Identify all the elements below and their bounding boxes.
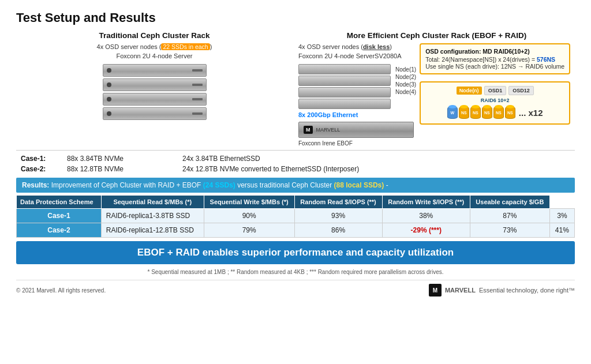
ebof-server-4 <box>298 99 391 109</box>
case2-ebof-value: 24x 12.8TB NVMe converted to EthernetSSD… <box>178 164 575 174</box>
drum-label-ns4: NS <box>496 111 502 115</box>
marvell-badge: M <box>304 126 313 134</box>
ebof-col-heading: More Efficient Ceph Cluster Rack (EBOF +… <box>298 31 575 40</box>
node-label-4: Node(4) <box>395 89 416 95</box>
case1-rand-read: 38% <box>382 209 470 223</box>
table-row-case2: Case-2 RAID6-replica1-12.8TB SSD 79% 86%… <box>17 223 575 238</box>
case1-trad-value: 88x 3.84TB NVMe <box>62 153 178 164</box>
case1-row-label: Case-1 <box>17 209 102 223</box>
ebof-desc2: Foxconn 2U 4-node ServerSV2080A <box>298 52 402 59</box>
node-label-3: Node(3) <box>395 81 416 88</box>
case1-scheme: RAID6-replica1-3.8TB SSD <box>101 209 204 223</box>
osd-config-title: OSD configuration: MD RAID6(10+2) <box>425 48 564 55</box>
page-title: Test Setup and Results <box>16 10 575 25</box>
results-highlight1: (24 SSDs) <box>203 181 235 189</box>
drum-ns2: NS <box>470 106 481 119</box>
trad-highlight: 22 SSDs in each <box>161 43 210 50</box>
ebof-server-2 <box>298 76 391 86</box>
node-label-1: Node(1) <box>395 66 416 73</box>
footer: © 2021 Marvell. All rights reserved. M M… <box>16 280 575 297</box>
server-bar-1 <box>103 64 207 77</box>
x12-label: ... x12 <box>519 108 543 118</box>
ebof-nodes-section: Node(1) Node(2) Node(3) Node(4) <box>298 64 416 109</box>
osd-diagram-section: OSD configuration: MD RAID6(10+2) Total:… <box>420 43 570 125</box>
results-table: Data Protection Scheme Sequential Read $… <box>16 195 575 238</box>
server-bar-2 <box>103 78 207 91</box>
th-rand-read: Random Read $/IOPS (**) <box>294 196 382 209</box>
drum-ns5: NS <box>505 106 515 119</box>
foxconn-label: Foxconn Irene EBOF <box>298 140 353 147</box>
th-seq-write: Sequential Write $/MBs (*) <box>204 196 294 209</box>
trad-desc2: Foxconn 2U 4-node Server <box>116 52 192 59</box>
marvell-logo: M MARVELL Essential technology, done rig… <box>429 284 575 297</box>
drum-ns4: NS <box>493 106 504 119</box>
results-prefix: Results: <box>22 181 49 189</box>
node-label-2: Node(2) <box>395 74 416 80</box>
node-labels: Node(1) Node(2) Node(3) Node(4) <box>395 66 416 109</box>
svg-text:M: M <box>433 287 437 294</box>
drum-label-ns2: NS <box>473 111 478 115</box>
case1-rand-write: 87% <box>470 209 549 223</box>
osd-config-line1: Total: 24(Namespace[NS]) x 24(drives) = … <box>425 56 564 63</box>
footer-tagline: Essential technology, done right™ <box>479 287 575 294</box>
case1-row: Case-1: 88x 3.84TB NVMe 24x 3.84TB Ether… <box>16 153 575 164</box>
drum-label-ns5: NS <box>507 111 513 115</box>
ebof-server-bar: M MARVELL <box>298 122 414 138</box>
case2-capacity: 41% <box>549 223 574 238</box>
drum-label-w: W <box>450 111 454 115</box>
trad-rack-illustration: 4x OSD server nodes (22 SSDs in each) Fo… <box>16 43 293 122</box>
table-header-row: Data Protection Scheme Sequential Read $… <box>17 196 575 209</box>
case1-capacity: 3% <box>549 209 574 223</box>
case2-seq-write: 86% <box>294 223 382 238</box>
divider-1 <box>16 150 575 151</box>
th-seq-read: Sequential Read $/MBs (*) <box>101 196 204 209</box>
drum-container: W NS NS NS NS <box>447 106 543 119</box>
case2-seq-read: 79% <box>204 223 294 238</box>
footer-copyright: © 2021 Marvell. All rights reserved. <box>16 287 106 294</box>
results-main: Improvement of Ceph Cluster with RAID + … <box>51 181 203 189</box>
raid-diagram: Node(n) OSD1 OSD12 RAID6 10+2 W NS <box>420 81 570 125</box>
case2-row-label: Case-2 <box>17 223 102 238</box>
ebof-left-section: 4x OSD server nodes (disk less) Foxconn … <box>298 43 416 147</box>
ethernet-label: 8x 200Gbp Ethernet <box>298 111 358 118</box>
marvell-text: MARVELL <box>316 127 341 133</box>
ns-highlight: 576NS <box>537 56 555 63</box>
table-row-case1: Case-1 RAID6-replica1-3.8TB SSD 90% 93% … <box>17 209 575 223</box>
trad-col-heading: Traditional Ceph Cluster Rack <box>16 31 293 40</box>
case1-seq-read: 90% <box>204 209 294 223</box>
results-suffix: - <box>386 181 388 189</box>
traditional-col: Traditional Ceph Cluster Rack 4x OSD ser… <box>16 31 293 147</box>
ebof-layout: 4x OSD server nodes (disk less) Foxconn … <box>298 43 575 147</box>
th-scheme: Data Protection Scheme <box>17 196 102 209</box>
drum-label-ns1: NS <box>461 111 467 115</box>
results-bar: Results: Improvement of Ceph Cluster wit… <box>16 178 575 193</box>
case2-row: Case-2: 88x 12.8TB NVMe 24x 12.8TB NVMe … <box>16 164 575 174</box>
ebof-server-stack <box>298 64 391 109</box>
osd12-box: OSD12 <box>508 86 534 95</box>
setup-columns: Traditional Ceph Cluster Rack 4x OSD ser… <box>16 31 575 147</box>
footnote: * Sequential measured at 1MB ; ** Random… <box>16 269 575 275</box>
raid-node-box: Node(n) <box>457 87 482 95</box>
case1-label: Case-1: <box>16 153 62 164</box>
bottom-banner: EBOF + RAID enables superior performance… <box>16 241 575 264</box>
marvell-name: MARVELL <box>445 287 476 294</box>
trad-desc1: 4x OSD server nodes (22 SSDs in each) <box>97 43 212 50</box>
osd-config-line2: Use single NS (each drive): 12NS → RAID6… <box>425 63 564 70</box>
raid-node-row: Node(n) OSD1 OSD12 <box>457 86 534 95</box>
th-capacity: Useable capacity $/GB <box>470 196 549 209</box>
drum-w: W <box>447 106 458 119</box>
drum-ns1: NS <box>459 106 469 119</box>
page: Test Setup and Results Traditional Ceph … <box>0 0 591 364</box>
case2-trad-value: 88x 12.8TB NVMe <box>62 164 178 174</box>
drum-label-ns3: NS <box>484 111 490 115</box>
results-highlight2: (88 local SSDs) <box>334 181 384 189</box>
server-bar-3 <box>103 93 207 106</box>
case2-rand-read: -29% (***) <box>382 223 470 238</box>
trad-server-stack <box>103 64 207 120</box>
case1-seq-write: 93% <box>294 209 382 223</box>
case2-label: Case-2: <box>16 164 62 174</box>
marvell-icon: M <box>429 284 442 297</box>
marvell-svg: M <box>431 286 440 295</box>
raid-label: RAID6 10+2 <box>481 97 510 103</box>
cases-table: Case-1: 88x 3.84TB NVMe 24x 3.84TB Ether… <box>16 153 575 174</box>
